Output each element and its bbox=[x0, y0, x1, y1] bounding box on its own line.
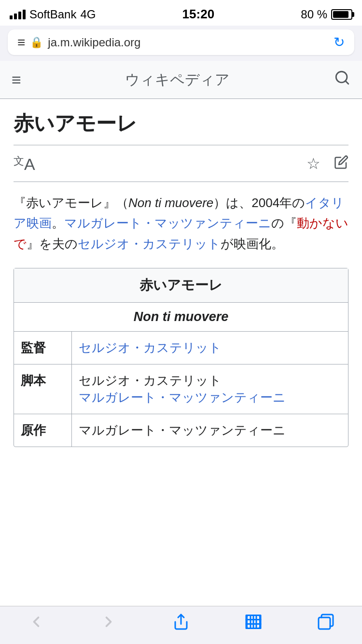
value-original: マルガレート・マッツァンティーニ bbox=[72, 414, 348, 447]
wiki-search-button[interactable] bbox=[334, 70, 350, 90]
small-a-label: 文 bbox=[14, 155, 24, 167]
big-a-label: A bbox=[24, 155, 35, 173]
forward-button[interactable] bbox=[89, 613, 128, 630]
battery-icon bbox=[331, 9, 352, 20]
reload-button[interactable]: ↻ bbox=[334, 34, 345, 50]
table-row: 原作 マルガレート・マッツァンティーニ bbox=[14, 414, 348, 447]
infobox-subtitle: Non ti muovere bbox=[14, 303, 348, 332]
share-button[interactable] bbox=[162, 613, 200, 630]
article-toolbar: 文A ☆ bbox=[14, 154, 348, 182]
bottom-nav bbox=[0, 606, 362, 644]
original-person: マルガレート・マッツァンティーニ bbox=[79, 423, 286, 437]
label-director: 監督 bbox=[14, 332, 72, 364]
table-row: 脚本 セルジオ・カステリット マルガレート・マッツァンティーニ bbox=[14, 364, 348, 414]
label-original: 原作 bbox=[14, 414, 72, 447]
time-label: 15:20 bbox=[182, 7, 215, 22]
status-bar: SoftBank 4G 15:20 80 % bbox=[0, 0, 362, 26]
link-director[interactable]: セルジオ・カステリット bbox=[79, 340, 222, 355]
link-sergio[interactable]: セルジオ・カステリット bbox=[78, 237, 221, 251]
signal-icon bbox=[10, 10, 26, 19]
value-director: セルジオ・カステリット bbox=[72, 332, 348, 364]
screenplay-person1: セルジオ・カステリット bbox=[79, 373, 222, 388]
status-left: SoftBank 4G bbox=[10, 8, 96, 21]
svg-line-1 bbox=[346, 81, 348, 84]
star-button[interactable]: ☆ bbox=[306, 154, 320, 173]
value-screenplay: セルジオ・カステリット マルガレート・マッツァンティーニ bbox=[72, 364, 348, 414]
link-screenplay-person2[interactable]: マルガレート・マッツァンティーニ bbox=[79, 390, 286, 405]
infobox-title: 赤いアモーレ bbox=[14, 268, 348, 303]
edit-button[interactable] bbox=[334, 155, 348, 173]
status-right: 80 % bbox=[301, 8, 352, 21]
network-label: 4G bbox=[80, 8, 96, 21]
article-body: 『赤いアモーレ』（Non ti muovere）は、2004年のイタリア映画。マ… bbox=[14, 193, 348, 255]
wiki-menu-icon[interactable]: ≡ bbox=[12, 71, 21, 88]
lock-icon: 🔒 bbox=[30, 36, 43, 49]
link-margaret[interactable]: マルガレート・マッツァンティーニ bbox=[64, 216, 271, 230]
label-screenplay: 脚本 bbox=[14, 364, 72, 414]
tabs-button[interactable] bbox=[306, 613, 345, 630]
battery-percent: 80 % bbox=[301, 8, 327, 21]
table-row: 監督 セルジオ・カステリット bbox=[14, 332, 348, 364]
article: 赤いアモーレ 文A ☆ 『赤いアモーレ』（Non ti muovere）は、20… bbox=[0, 99, 362, 447]
wiki-title: ウィキペディア bbox=[125, 70, 230, 90]
url-text: ja.m.wikipedia.org bbox=[48, 36, 140, 49]
title-divider bbox=[14, 145, 348, 145]
carrier-label: SoftBank bbox=[29, 8, 76, 21]
browser-menu-icon[interactable]: ≡ bbox=[17, 35, 25, 50]
browser-chrome: ≡ 🔒 ja.m.wikipedia.org ↻ bbox=[0, 26, 362, 61]
back-button[interactable] bbox=[17, 613, 56, 630]
article-title: 赤いアモーレ bbox=[14, 111, 348, 137]
wiki-header: ≡ ウィキペディア bbox=[0, 61, 362, 99]
svg-rect-5 bbox=[319, 617, 330, 629]
infobox: 赤いアモーレ Non ti muovere 監督 セルジオ・カステリット 脚本 … bbox=[14, 268, 348, 447]
text-size-button[interactable]: 文A bbox=[14, 154, 35, 174]
bookmarks-button[interactable] bbox=[234, 613, 273, 630]
address-bar[interactable]: ≡ 🔒 ja.m.wikipedia.org ↻ bbox=[8, 29, 354, 55]
